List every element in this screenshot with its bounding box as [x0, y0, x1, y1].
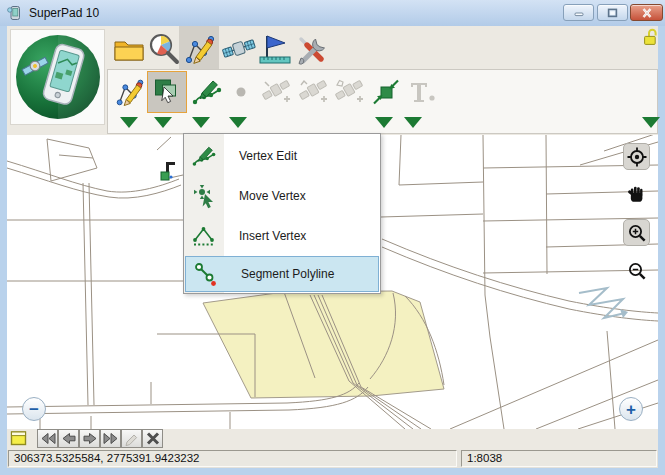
status-bar: 306373.5325584, 2775391.9423232 1:8038 — [7, 450, 658, 468]
text-tool-icon — [408, 79, 436, 105]
vertex-edit-button[interactable] — [190, 74, 224, 110]
scale-readout: 1:8038 — [461, 450, 657, 467]
snap-arrows-icon — [372, 78, 400, 106]
edit-feature-button — [121, 429, 142, 448]
polyline-pencil-icon — [114, 76, 146, 108]
view-tools-button[interactable] — [146, 29, 182, 69]
snap-extent-button[interactable] — [369, 74, 403, 110]
sketch-polyline-button[interactable] — [113, 74, 147, 110]
open-project-button[interactable] — [111, 29, 147, 69]
dropdown-triangle-icon[interactable] — [404, 117, 422, 128]
yellow-notes-icon — [10, 430, 28, 447]
screen-lock-toggle[interactable] — [643, 28, 658, 50]
dropdown-triangle-icon[interactable] — [642, 117, 660, 128]
last-feature-button[interactable] — [100, 429, 121, 448]
select-feature-icon — [152, 77, 182, 107]
sketch-notes-button[interactable] — [10, 430, 28, 451]
satellite-add-icon — [334, 77, 366, 107]
client-area: − + Vertex Edit — [7, 26, 658, 468]
gps-collect-point-button — [260, 74, 294, 110]
locate-button[interactable] — [623, 143, 650, 170]
gps-collect-line-button — [297, 74, 331, 110]
gps-tools-button[interactable] — [221, 29, 257, 69]
hand-icon — [626, 184, 647, 205]
dropdown-triangle-icon[interactable] — [229, 117, 247, 128]
minimize-button[interactable] — [563, 4, 594, 21]
point-icon — [231, 82, 251, 102]
edit-toolbar — [107, 69, 658, 134]
insert-vertex-icon — [184, 225, 224, 248]
satellite-add-icon — [261, 77, 293, 107]
segment-polyline-icon — [186, 262, 226, 287]
add-point-button — [224, 74, 258, 110]
move-vertex-icon — [184, 184, 224, 209]
satellite-add-icon — [298, 77, 330, 107]
target-icon — [626, 146, 648, 168]
map-zoom-out-circle[interactable]: − — [22, 397, 46, 421]
menu-item-segment-polyline[interactable]: Segment Polyline — [185, 256, 379, 292]
arrow-right-icon — [82, 432, 98, 445]
superpad-logo — [14, 33, 102, 121]
window-title: SuperPad 10 — [29, 6, 99, 20]
title-bar: SuperPad 10 — [0, 0, 665, 26]
vertex-edit-icon — [184, 144, 224, 168]
x-icon — [145, 432, 161, 445]
sketch-tools-button[interactable] — [182, 29, 218, 69]
double-arrow-left-icon — [40, 432, 56, 445]
text-label-button — [405, 74, 439, 110]
menu-item-label: Segment Polyline — [241, 267, 334, 281]
north-zigzag-marker — [579, 288, 628, 318]
flag-ruler-icon — [257, 33, 293, 65]
measure-tools-button[interactable] — [257, 29, 293, 69]
magnifier-plus-icon — [627, 223, 647, 243]
menu-item-label: Vertex Edit — [239, 149, 297, 163]
close-panel-button[interactable] — [142, 429, 163, 448]
folder-icon — [112, 34, 146, 64]
dropdown-triangle-icon[interactable] — [375, 117, 393, 128]
menu-item-insert-vertex[interactable]: Insert Vertex — [184, 216, 380, 256]
feature-nav-toolbar — [7, 429, 658, 449]
superpad-window: SuperPad 10 — [0, 0, 665, 475]
pencil-icon — [124, 431, 140, 446]
menu-item-move-vertex[interactable]: Move Vertex — [184, 176, 380, 216]
satellite-icon — [221, 34, 257, 64]
superpad-logo-button[interactable] — [10, 29, 105, 125]
maximize-button[interactable] — [597, 4, 628, 21]
magnifier-minus-icon — [627, 261, 647, 281]
double-arrow-right-icon — [103, 432, 119, 445]
coordinates-readout: 306373.5325584, 2775391.9423232 — [8, 450, 457, 467]
wrench-screwdriver-icon — [294, 32, 330, 66]
polyline-pencil-icon — [183, 32, 217, 66]
next-feature-button[interactable] — [79, 429, 100, 448]
dropdown-triangle-icon[interactable] — [154, 117, 172, 128]
settings-tools-button[interactable] — [294, 29, 330, 69]
menu-item-vertex-edit[interactable]: Vertex Edit — [184, 136, 380, 176]
first-feature-button[interactable] — [37, 429, 58, 448]
menu-item-label: Insert Vertex — [239, 229, 306, 243]
dropdown-triangle-icon[interactable] — [120, 117, 138, 128]
previous-feature-button[interactable] — [58, 429, 79, 448]
magnifier-pie-icon — [147, 32, 181, 66]
arrow-left-icon — [61, 432, 77, 445]
select-feature-button[interactable] — [150, 74, 184, 110]
menu-item-label: Move Vertex — [239, 189, 306, 203]
zoom-in-button[interactable] — [623, 219, 650, 246]
dropdown-triangle-icon[interactable] — [192, 117, 210, 128]
zoom-out-button[interactable] — [623, 257, 650, 284]
unlocked-padlock-icon — [643, 28, 658, 46]
vertex-edit-icon — [192, 77, 222, 107]
superpad-app-icon — [7, 5, 23, 21]
close-button[interactable] — [630, 4, 663, 21]
vertex-tools-dropdown-menu: Vertex Edit Move Vertex — [183, 133, 381, 294]
map-zoom-in-circle[interactable]: + — [619, 397, 643, 421]
gps-collect-area-button — [333, 74, 367, 110]
pan-button[interactable] — [623, 181, 650, 208]
